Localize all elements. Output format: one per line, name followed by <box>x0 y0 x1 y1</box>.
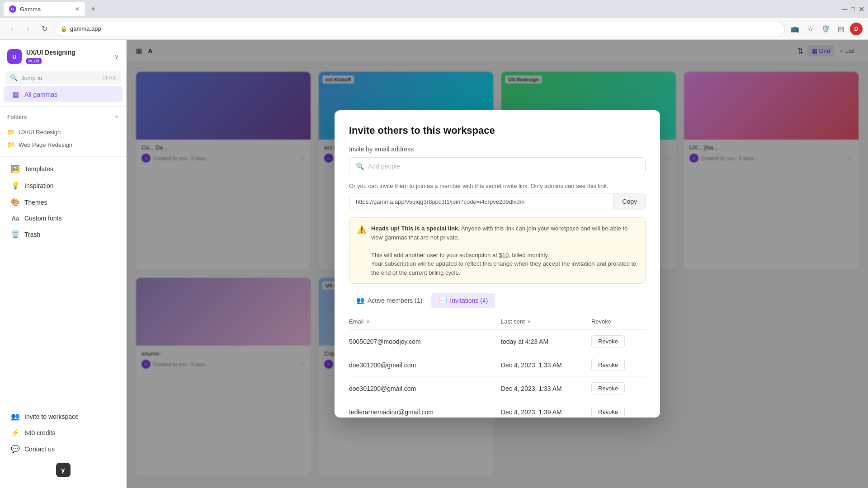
contact-label: Contact us <box>24 446 55 453</box>
revoke-cell: Revoke <box>591 406 646 418</box>
contact-icon: 💬 <box>11 445 20 453</box>
extensions-icon[interactable]: 🛡️ <box>819 23 832 35</box>
main-content: ▦ A ⇅ ▦ Grid ≡ List <box>127 40 868 488</box>
window-close-button[interactable]: ✕ <box>859 5 864 14</box>
folders-section-label: Folders <box>7 114 115 120</box>
credits-icon: ⚡ <box>11 428 20 437</box>
trash-label: Trash <box>24 231 40 238</box>
add-folder-button[interactable]: + <box>115 113 119 121</box>
invitation-email: 50050207@moodjoy.com <box>349 338 501 345</box>
invitation-email: doe301200@gmail.com <box>349 361 501 369</box>
revoke-cell: Revoke <box>591 359 646 371</box>
folders-list: 📁 UX/UI Redesign 📁 Web Page Redesign <box>0 124 126 153</box>
folder-item-uxui-redesign[interactable]: 📁 UX/UI Redesign <box>0 126 126 138</box>
window-maximize-button[interactable]: □ <box>851 5 855 13</box>
screen-cast-icon[interactable]: 📺 <box>788 23 801 35</box>
reload-button[interactable]: ↻ <box>38 23 51 35</box>
address-bar[interactable]: 🔒 gamma.app <box>54 22 785 36</box>
header-email: Email ▼ <box>349 318 501 325</box>
invite-link-description: Or you can invite them to join as a memb… <box>349 183 646 189</box>
last-sent-sort-icon[interactable]: ▼ <box>527 319 532 324</box>
bookmark-star-icon[interactable]: ☆ <box>804 23 816 35</box>
invitation-last-sent: Dec 4, 2023, 1:33 AM <box>501 385 591 392</box>
back-button[interactable]: ‹ <box>5 23 18 35</box>
email-sort-icon[interactable]: ▼ <box>366 319 371 324</box>
folder-icon: 📁 <box>7 141 15 148</box>
themes-icon: 🎨 <box>11 198 20 206</box>
modal-tabs: 👥 Active members (1) ✉️ Invitations (4) <box>349 293 646 308</box>
tab-close-button[interactable]: ✕ <box>75 6 80 12</box>
browser-tab[interactable]: G Gamma ✕ <box>4 2 85 16</box>
workspace-header[interactable]: U UX/UI Designing PLUS ∨ <box>0 45 126 70</box>
modal-overlay[interactable]: Invite others to this workspace Invite b… <box>127 40 868 488</box>
all-gammas-label: All gammas <box>24 91 57 98</box>
revoke-button[interactable]: Revoke <box>591 382 625 394</box>
tab-title: Gamma <box>20 6 71 13</box>
workspace-chevron-icon[interactable]: ∨ <box>114 53 119 60</box>
sidebar-item-all-gammas[interactable]: ▦ All gammas <box>4 86 123 102</box>
workspace-badge: PLUS <box>26 58 42 64</box>
invite-modal: Invite others to this workspace Invite b… <box>335 110 660 418</box>
themes-label: Themes <box>24 199 47 206</box>
members-icon: 👥 <box>356 296 365 305</box>
revoke-cell: Revoke <box>591 335 646 347</box>
header-last-sent: Last sent ▼ <box>501 318 591 325</box>
warning-heading: Heads up! This is a special link. <box>371 225 460 232</box>
sidebar-item-custom-fonts[interactable]: Aa Custom fonts <box>4 211 123 225</box>
browser-chrome: G Gamma ✕ + ─ □ ✕ ‹ › ↻ 🔒 gamma.app 📺 ☆ … <box>0 0 868 40</box>
inspiration-icon: 💡 <box>11 181 20 190</box>
sidebar-item-inspiration[interactable]: 💡 Inspiration <box>4 178 123 193</box>
lock-icon: 🔒 <box>60 25 67 32</box>
copy-button[interactable]: Copy <box>613 193 645 210</box>
trash-icon: 🗑️ <box>11 230 20 239</box>
invite-label: Invite to workspace <box>24 413 79 420</box>
header-revoke: Revoke <box>591 318 646 325</box>
revoke-button[interactable]: Revoke <box>591 406 625 418</box>
invite-email-field-wrapper[interactable]: 🔍 <box>349 157 646 175</box>
invitation-email: tedlerarnemadino@gmail.com <box>349 408 501 416</box>
workspace-name: UX/UI Designing <box>26 49 110 56</box>
invitation-email: doe301200@gmail.com <box>349 385 501 392</box>
invitation-last-sent: Dec 4, 2023, 1:39 AM <box>501 408 591 416</box>
sidebar-item-themes[interactable]: 🎨 Themes <box>4 194 123 210</box>
table-row: doe301200@gmail.com Dec 4, 2023, 1:33 AM… <box>349 377 646 400</box>
table-row: tedlerarnemadino@gmail.com Dec 4, 2023, … <box>349 400 646 418</box>
all-gammas-icon: ▦ <box>11 90 20 99</box>
invitations-icon: ✉️ <box>439 296 447 305</box>
folder-item-webpage-redesign[interactable]: 📁 Web Page Redesign <box>0 138 126 151</box>
workspace-avatar: U <box>7 49 22 64</box>
tab-invitations[interactable]: ✉️ Invitations (4) <box>431 293 495 308</box>
sidebar-item-contact[interactable]: 💬 Contact us <box>4 441 123 457</box>
tab-active-members[interactable]: 👥 Active members (1) <box>349 293 429 308</box>
gamma-logo: γ <box>56 463 71 477</box>
sidebar-item-templates[interactable]: 🖼️ Templates <box>4 161 123 177</box>
revoke-cell: Revoke <box>591 382 646 394</box>
tab-invitations-label: Invitations (4) <box>450 297 488 304</box>
revoke-button[interactable]: Revoke <box>591 335 625 347</box>
sidebar: U UX/UI Designing PLUS ∨ 🔍 Jump to Ctrl+… <box>0 40 127 488</box>
invitation-last-sent: Dec 4, 2023, 1:33 AM <box>501 361 591 369</box>
sidebar-item-credits[interactable]: ⚡ 640 credits <box>4 425 123 441</box>
new-tab-button[interactable]: + <box>87 3 99 15</box>
forward-button[interactable]: › <box>22 23 34 35</box>
window-minimize-button[interactable]: ─ <box>842 5 848 14</box>
url-display: gamma.app <box>70 25 779 32</box>
custom-fonts-label: Custom fonts <box>24 215 61 222</box>
inspiration-label: Inspiration <box>24 182 54 189</box>
sidebar-item-invite[interactable]: 👥 Invite to workspace <box>4 408 123 424</box>
sidebar-item-trash[interactable]: 🗑️ Trash <box>4 226 123 242</box>
revoke-button[interactable]: Revoke <box>591 359 625 371</box>
table-row: 50050207@moodjoy.com today at 4:23 AM Re… <box>349 330 646 353</box>
search-bar[interactable]: 🔍 Jump to Ctrl+K <box>5 71 121 84</box>
profile-icon[interactable]: D <box>850 23 863 35</box>
invite-link-url: https://gamma.app/v5qiqg3r8ppc3t1/join?c… <box>349 194 613 210</box>
invite-email-input[interactable] <box>368 163 639 170</box>
custom-fonts-icon: Aa <box>11 215 20 222</box>
invitation-last-sent: today at 4:23 AM <box>501 338 591 345</box>
table-header: Email ▼ Last sent ▼ Revoke <box>349 315 646 330</box>
templates-label: Templates <box>24 165 53 173</box>
folder-label: Web Page Redesign <box>19 141 72 148</box>
sidebar-toggle-icon[interactable]: ▤ <box>835 23 847 35</box>
invitations-table: Email ▼ Last sent ▼ Revoke 50050207@mood… <box>349 315 646 418</box>
search-icon: 🔍 <box>356 162 364 170</box>
